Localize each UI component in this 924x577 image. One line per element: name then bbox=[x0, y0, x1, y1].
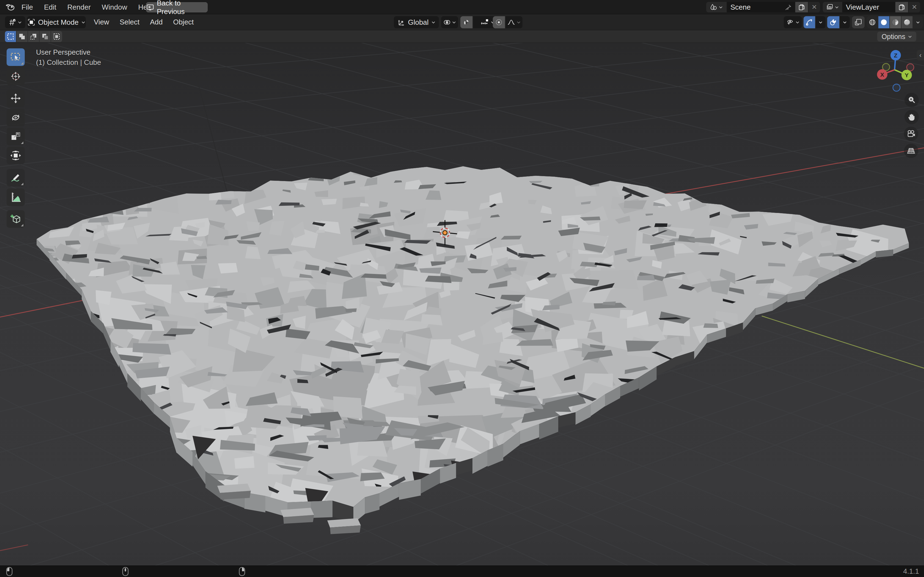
blender-logo-icon[interactable] bbox=[5, 2, 16, 12]
show-gizmo-toggle[interactable] bbox=[804, 16, 815, 28]
tool-transform[interactable] bbox=[6, 147, 25, 164]
orientation-label: Global bbox=[408, 18, 428, 27]
mouse-right-icon bbox=[239, 567, 245, 576]
rendered-shading-icon bbox=[903, 19, 911, 26]
zoom-button[interactable] bbox=[905, 93, 919, 107]
gizmo-dropdown[interactable] bbox=[815, 16, 825, 28]
options-label: Options bbox=[882, 33, 905, 41]
viewport-canvas[interactable] bbox=[0, 43, 924, 566]
pin-icon[interactable] bbox=[785, 4, 792, 10]
chevron-down-icon bbox=[819, 21, 822, 24]
snap-toggle[interactable] bbox=[460, 16, 472, 28]
mode-dropdown[interactable]: Object Mode bbox=[27, 16, 86, 28]
move-icon bbox=[10, 93, 21, 104]
options-dropdown[interactable]: Options bbox=[877, 32, 916, 42]
menu-file[interactable]: File bbox=[16, 0, 39, 14]
transform-orientation-dropdown[interactable]: Global bbox=[394, 16, 439, 28]
mouse-middle-icon bbox=[122, 567, 129, 576]
copy-icon bbox=[799, 4, 804, 10]
gizmo-axis-neg-z[interactable] bbox=[893, 84, 900, 91]
falloff-dropdown[interactable] bbox=[505, 16, 522, 28]
chevron-down-icon bbox=[908, 35, 912, 38]
select-box-icon bbox=[10, 52, 21, 62]
select-mode-set-button[interactable] bbox=[5, 31, 16, 42]
menu-object[interactable]: Object bbox=[168, 14, 199, 30]
back-to-previous-button[interactable]: Back to Previous bbox=[146, 2, 208, 12]
tool-add-cube[interactable] bbox=[6, 210, 25, 228]
rendered-shading-button[interactable] bbox=[901, 16, 913, 28]
pivot-point-dropdown[interactable] bbox=[441, 16, 458, 28]
scene-browse-button[interactable] bbox=[706, 2, 727, 12]
tool-annotate[interactable] bbox=[6, 169, 25, 187]
topbar: File Edit Render Window Help Back to Pre… bbox=[0, 0, 924, 14]
select-mode-invert-button[interactable] bbox=[40, 31, 51, 42]
chevron-down-icon bbox=[835, 6, 839, 8]
cursor-tool-icon bbox=[10, 71, 21, 82]
gizmo-axis-neg-x[interactable] bbox=[907, 64, 914, 71]
select-mode-extend-button[interactable] bbox=[16, 31, 27, 42]
sidebar-collapse-arrow[interactable]: ‹ bbox=[917, 50, 924, 60]
copy-icon bbox=[899, 4, 905, 10]
select-set-icon bbox=[7, 33, 14, 40]
tool-cursor[interactable] bbox=[6, 68, 25, 85]
tool-move[interactable] bbox=[6, 90, 25, 107]
add-cube-icon bbox=[10, 213, 21, 224]
wireframe-shading-button[interactable] bbox=[867, 16, 878, 28]
menu-edit[interactable]: Edit bbox=[39, 0, 62, 14]
chevron-down-icon bbox=[843, 21, 847, 24]
scene-name-field[interactable]: Scene bbox=[727, 2, 795, 12]
viewlayer-name-field[interactable]: ViewLayer bbox=[842, 2, 895, 12]
menu-select[interactable]: Select bbox=[115, 14, 145, 30]
navigation-gizmo[interactable]: Z X Y bbox=[869, 44, 921, 96]
chevron-down-icon bbox=[796, 21, 800, 24]
chevron-down-icon bbox=[452, 21, 456, 24]
snap-increment-icon bbox=[480, 19, 489, 26]
wireframe-shading-icon bbox=[869, 19, 876, 26]
back-to-previous-label: Back to Previous bbox=[157, 0, 207, 16]
proportional-edit-toggle[interactable] bbox=[493, 16, 505, 28]
select-subtract-icon bbox=[30, 33, 37, 40]
falloff-curve-icon bbox=[507, 19, 515, 26]
scene-name: Scene bbox=[730, 3, 783, 11]
select-mode-subtract-button[interactable] bbox=[28, 31, 39, 42]
viewlayer-remove-button[interactable]: ✕ bbox=[908, 2, 920, 12]
viewlayer-new-button[interactable] bbox=[895, 2, 908, 12]
overlays-icon bbox=[830, 19, 837, 26]
annotate-icon bbox=[10, 172, 21, 183]
select-invert-icon bbox=[42, 33, 48, 40]
menu-render[interactable]: Render bbox=[62, 0, 96, 14]
material-shading-icon bbox=[892, 19, 899, 26]
solid-shading-button[interactable] bbox=[878, 16, 889, 28]
tool-scale[interactable] bbox=[6, 128, 25, 145]
overlays-dropdown[interactable] bbox=[839, 16, 850, 28]
tool-measure[interactable] bbox=[6, 189, 25, 206]
editor-type-icon bbox=[8, 18, 16, 26]
menu-window[interactable]: Window bbox=[96, 0, 132, 14]
hand-icon bbox=[908, 113, 916, 121]
show-overlays-toggle[interactable] bbox=[827, 16, 839, 28]
pan-button[interactable] bbox=[905, 110, 919, 124]
xray-toggle[interactable] bbox=[852, 16, 864, 28]
shading-dropdown[interactable] bbox=[913, 16, 923, 28]
chevron-down-icon bbox=[916, 21, 920, 24]
select-mode-intersect-button[interactable] bbox=[51, 31, 62, 42]
tool-select-box[interactable] bbox=[6, 48, 25, 66]
collection-label: (1) Collection | Cube bbox=[36, 57, 101, 68]
viewlayer-browse-button[interactable] bbox=[823, 2, 842, 12]
chevron-down-icon bbox=[431, 21, 435, 24]
material-shading-button[interactable] bbox=[889, 16, 901, 28]
zoom-icon bbox=[908, 96, 916, 104]
editor-type-button[interactable] bbox=[5, 16, 25, 28]
perspective-toggle-button[interactable] bbox=[904, 144, 918, 158]
scene-unlink-button[interactable]: ✕ bbox=[808, 2, 820, 12]
scene-selector: Scene ✕ bbox=[706, 2, 820, 12]
camera-view-button[interactable] bbox=[904, 127, 918, 141]
visibility-dropdown[interactable] bbox=[784, 16, 802, 28]
magnet-icon bbox=[463, 19, 470, 26]
scene-new-copy-button[interactable] bbox=[795, 2, 808, 12]
solid-shading-icon bbox=[880, 19, 887, 26]
eye-cursor-icon bbox=[786, 19, 794, 26]
menu-add[interactable]: Add bbox=[145, 14, 168, 30]
menu-view[interactable]: View bbox=[89, 14, 115, 30]
tool-rotate[interactable] bbox=[6, 109, 25, 126]
